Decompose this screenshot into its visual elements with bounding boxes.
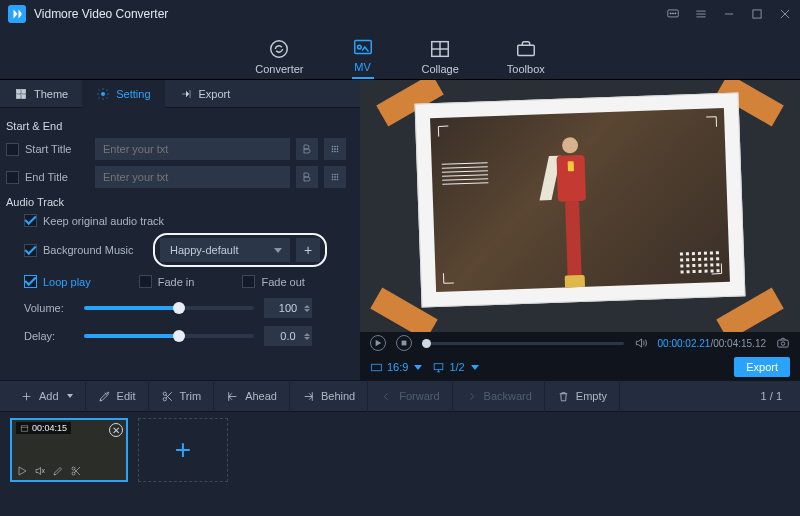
svg-point-2 xyxy=(672,13,673,14)
mv-icon xyxy=(352,36,374,58)
subtabs: Theme Setting Export xyxy=(0,80,360,108)
audio-heading: Audio Track xyxy=(6,196,346,208)
preview-frame xyxy=(415,92,746,307)
clip-play-icon[interactable] xyxy=(16,465,28,477)
edit-button[interactable]: Edit xyxy=(86,380,149,412)
backward-button[interactable]: Backward xyxy=(453,380,545,412)
aspect-select[interactable]: 16:9 xyxy=(370,361,422,374)
menu-icon[interactable] xyxy=(694,7,708,21)
delay-slider[interactable] xyxy=(84,334,254,338)
svg-point-23 xyxy=(332,146,333,147)
bgm-checkbox[interactable] xyxy=(24,244,37,257)
behind-button[interactable]: Behind xyxy=(290,380,368,412)
maximize-icon[interactable] xyxy=(750,7,764,21)
svg-line-66 xyxy=(75,470,81,476)
close-icon[interactable] xyxy=(778,7,792,21)
svg-point-25 xyxy=(337,146,338,147)
preview-canvas xyxy=(360,80,800,332)
svg-point-43 xyxy=(781,342,785,346)
svg-point-34 xyxy=(337,174,338,175)
main-nav: Converter MV Collage Toolbox xyxy=(0,28,800,80)
svg-rect-21 xyxy=(22,94,26,98)
app-logo xyxy=(8,5,26,23)
svg-point-24 xyxy=(335,146,336,147)
svg-point-30 xyxy=(335,151,336,152)
nav-toolbox-label: Toolbox xyxy=(507,63,545,75)
tab-export[interactable]: Export xyxy=(165,80,245,108)
svg-rect-18 xyxy=(16,89,20,93)
fadein-label: Fade in xyxy=(158,276,195,288)
svg-rect-45 xyxy=(435,363,444,369)
svg-point-35 xyxy=(332,177,333,178)
bgm-select-value: Happy-default xyxy=(170,244,239,256)
svg-line-55 xyxy=(165,392,171,398)
clip-thumbnail[interactable]: 00:04:15 ✕ xyxy=(10,418,128,482)
volume-icon[interactable] xyxy=(634,336,648,350)
end-title-font-button[interactable] xyxy=(296,166,318,188)
nav-collage[interactable]: Collage xyxy=(422,38,459,79)
loop-checkbox[interactable] xyxy=(24,275,37,288)
stop-button[interactable] xyxy=(396,335,412,351)
export-button[interactable]: Export xyxy=(734,357,790,377)
bgm-add-button[interactable]: + xyxy=(296,238,320,262)
screen-page-select[interactable]: 1/2 xyxy=(432,361,478,374)
svg-rect-42 xyxy=(778,340,789,347)
svg-rect-8 xyxy=(753,10,761,18)
svg-point-37 xyxy=(337,177,338,178)
svg-rect-17 xyxy=(518,45,535,55)
end-title-checkbox[interactable] xyxy=(6,171,19,184)
clip-remove-button[interactable]: ✕ xyxy=(109,423,123,437)
preview-progress[interactable] xyxy=(422,342,624,345)
feedback-icon[interactable] xyxy=(666,7,680,21)
start-title-label: Start Title xyxy=(25,143,89,155)
svg-point-28 xyxy=(337,149,338,150)
clip-edit-icon[interactable] xyxy=(52,465,64,477)
minimize-icon[interactable] xyxy=(722,7,736,21)
nav-mv[interactable]: MV xyxy=(352,36,374,79)
preview-time: 00:00:02.21/00:04:15.12 xyxy=(658,338,766,349)
end-title-input[interactable] xyxy=(95,166,290,188)
clip-mute-icon[interactable] xyxy=(34,465,46,477)
trim-button[interactable]: Trim xyxy=(149,380,215,412)
start-title-font-button[interactable] xyxy=(296,138,318,160)
fadeout-label: Fade out xyxy=(261,276,304,288)
forward-button[interactable]: Forward xyxy=(368,380,452,412)
delay-label: Delay: xyxy=(24,330,74,342)
svg-line-54 xyxy=(165,394,171,400)
volume-slider[interactable] xyxy=(84,306,254,310)
nav-converter-label: Converter xyxy=(255,63,303,75)
ahead-button[interactable]: Ahead xyxy=(214,380,290,412)
nav-converter[interactable]: Converter xyxy=(255,38,303,79)
svg-point-36 xyxy=(335,177,336,178)
tab-theme[interactable]: Theme xyxy=(0,80,82,108)
fadein-checkbox[interactable] xyxy=(139,275,152,288)
keep-audio-checkbox[interactable] xyxy=(24,214,37,227)
svg-point-3 xyxy=(675,13,676,14)
fadeout-checkbox[interactable] xyxy=(242,275,255,288)
collage-icon xyxy=(429,38,451,60)
clip-trim-icon[interactable] xyxy=(70,465,82,477)
end-title-grid-button[interactable] xyxy=(324,166,346,188)
svg-rect-19 xyxy=(22,89,26,93)
empty-button[interactable]: Empty xyxy=(545,380,620,412)
nav-toolbox[interactable]: Toolbox xyxy=(507,38,545,79)
clip-duration-badge: 00:04:15 xyxy=(16,422,71,434)
svg-point-39 xyxy=(335,179,336,180)
aspect-value: 16:9 xyxy=(387,361,408,373)
snapshot-icon[interactable] xyxy=(776,336,790,350)
volume-value[interactable]: 100 xyxy=(264,298,312,318)
bgm-select[interactable]: Happy-default xyxy=(160,238,290,262)
tab-setting[interactable]: Setting xyxy=(82,80,164,108)
start-title-input[interactable] xyxy=(95,138,290,160)
bgm-label: Background Music xyxy=(43,244,147,256)
add-button[interactable]: Add xyxy=(8,380,86,412)
converter-icon xyxy=(268,38,290,60)
keep-audio-label: Keep original audio track xyxy=(43,215,164,227)
play-button[interactable] xyxy=(370,335,386,351)
start-title-grid-button[interactable] xyxy=(324,138,346,160)
svg-rect-44 xyxy=(372,364,382,371)
delay-value[interactable]: 0.0 xyxy=(264,326,312,346)
add-clip-button[interactable]: + xyxy=(138,418,228,482)
svg-point-40 xyxy=(337,179,338,180)
start-title-checkbox[interactable] xyxy=(6,143,19,156)
